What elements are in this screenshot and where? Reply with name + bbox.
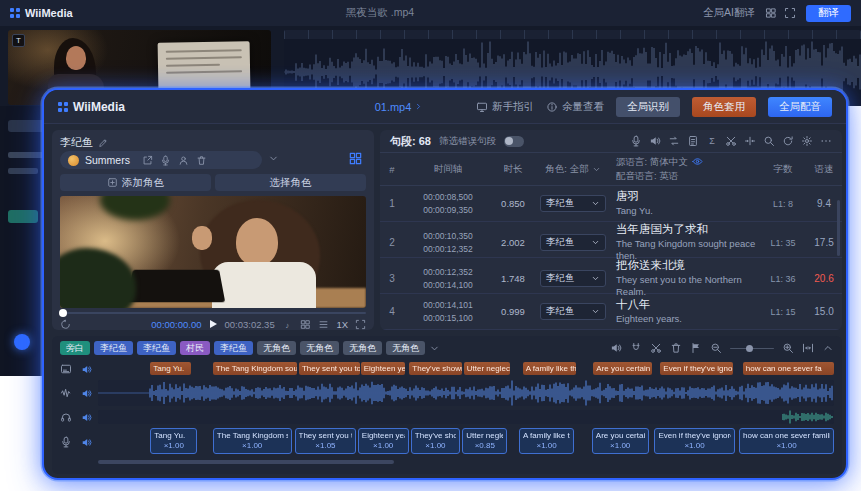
- dub-audio-clip[interactable]: They sent you to the×1.05: [295, 428, 357, 454]
- role-tag[interactable]: 无角色: [386, 341, 425, 355]
- trash-icon[interactable]: [670, 342, 682, 354]
- segment-text[interactable]: 十八年Eighteen years.: [612, 297, 760, 325]
- playback-progress[interactable]: [60, 310, 366, 316]
- segment-text[interactable]: 唐羽Tang Yu.: [612, 189, 760, 217]
- source-subtitle-clip[interactable]: Are you certain you w: [593, 362, 652, 375]
- volume-icon[interactable]: [81, 364, 92, 375]
- list-icon[interactable]: [318, 319, 329, 330]
- video-preview[interactable]: [60, 196, 366, 308]
- timeline-scrollbar[interactable]: [98, 460, 394, 464]
- segment-row[interactable]: 300:00:12,35200:00:14,1001.748李纪鱼把你送来北境T…: [380, 258, 842, 294]
- play-button[interactable]: [210, 320, 217, 328]
- role-tag[interactable]: 李纪鱼: [94, 341, 133, 355]
- chevron-down-icon[interactable]: [429, 343, 440, 354]
- voice-selector[interactable]: Summers: [60, 151, 262, 169]
- microphone-icon[interactable]: [630, 135, 642, 147]
- add-role-button[interactable]: 添加角色: [60, 174, 211, 191]
- source-subtitle-clip[interactable]: They sent you to the.: [299, 362, 360, 375]
- dub-audio-clip[interactable]: Utter negle×0.85: [462, 428, 507, 454]
- speaker-icon[interactable]: [649, 135, 661, 147]
- filter-error-toggle[interactable]: [504, 136, 524, 147]
- source-subtitle-clip[interactable]: Utter neglect-: [464, 362, 510, 375]
- quota-view-link[interactable]: 余量查看: [546, 100, 604, 114]
- fullscreen-icon[interactable]: [355, 319, 366, 330]
- sigma-icon[interactable]: Σ: [706, 135, 718, 147]
- source-subtitle-clip[interactable]: They've shown yo: [409, 362, 462, 375]
- layout-grid-icon[interactable]: [348, 151, 363, 166]
- volume-icon[interactable]: [81, 388, 92, 399]
- source-subtitle-clip[interactable]: Tang Yu.: [150, 362, 191, 375]
- note-icon[interactable]: ♪: [282, 319, 293, 330]
- dub-audio-clip[interactable]: Eighteen years×1.00: [358, 428, 409, 454]
- trash-icon[interactable]: [196, 155, 207, 166]
- eye-icon[interactable]: [692, 156, 703, 167]
- global-recognize-button[interactable]: 全局识别: [616, 97, 680, 117]
- edit-icon[interactable]: [98, 138, 108, 148]
- segment-row[interactable]: 400:00:14,10100:00:15,1000.999李纪鱼十八年Eigh…: [380, 294, 842, 330]
- source-subtitle-clip[interactable]: A family like this-: [523, 362, 577, 375]
- fullscreen-icon[interactable]: [784, 7, 796, 19]
- subtitle-track-icon[interactable]: [60, 363, 72, 375]
- role-tag[interactable]: 旁白: [60, 341, 90, 355]
- dub-audio-clip[interactable]: Even if they've ignored yo×1.00: [654, 428, 734, 454]
- share-icon[interactable]: [142, 155, 153, 166]
- segment-text[interactable]: 当年唐国为了求和The Tang Kingdom sought peace th…: [612, 222, 760, 263]
- microphone-icon[interactable]: [60, 436, 72, 448]
- dub-audio-clip[interactable]: They've shown y×1.00: [411, 428, 460, 454]
- search-icon[interactable]: [763, 135, 775, 147]
- progress-knob[interactable]: [59, 309, 67, 317]
- refresh-icon[interactable]: [782, 135, 794, 147]
- source-subtitle-clip[interactable]: Even if they've ignored: [660, 362, 733, 375]
- choose-role-button[interactable]: 选择角色: [215, 174, 366, 191]
- gear-icon[interactable]: [801, 135, 813, 147]
- segment-role-select[interactable]: 李纪鱼: [540, 270, 606, 287]
- headphone-icon[interactable]: [60, 411, 72, 423]
- role-apply-button[interactable]: 角色套用: [692, 97, 756, 117]
- segment-role-select[interactable]: 李纪鱼: [540, 234, 606, 251]
- dub-audio-clip[interactable]: The Tang Kingdom sou×1.00: [213, 428, 292, 454]
- dub-audio-clip[interactable]: A family like this×1.00: [519, 428, 574, 454]
- role-tag[interactable]: 李纪鱼: [214, 341, 253, 355]
- segment-text[interactable]: 把你送来北境They sent you to the Northern Real…: [612, 258, 760, 299]
- segment-role-select[interactable]: 李纪鱼: [540, 195, 606, 212]
- beginner-guide-link[interactable]: 新手指引: [476, 100, 534, 114]
- zoom-out-icon[interactable]: [710, 342, 722, 354]
- volume-icon[interactable]: [81, 437, 92, 448]
- global-dub-button[interactable]: 全局配音: [768, 97, 832, 117]
- role-filter-dropdown[interactable]: 角色: 全部: [534, 163, 612, 176]
- translate-button[interactable]: 翻译: [806, 5, 851, 22]
- replay-icon[interactable]: [60, 319, 71, 330]
- grid-icon[interactable]: [300, 319, 311, 330]
- source-subtitle-clip[interactable]: Eighteen yea: [361, 362, 405, 375]
- role-tag[interactable]: 无角色: [300, 341, 339, 355]
- merge-icon[interactable]: [744, 135, 756, 147]
- dub-audio-clip[interactable]: how can one sever familial bo×1.00: [739, 428, 834, 454]
- zoom-in-icon[interactable]: [782, 342, 794, 354]
- fit-icon[interactable]: [802, 342, 814, 354]
- volume-icon[interactable]: [81, 412, 92, 423]
- speed-selector[interactable]: 1X: [336, 319, 348, 330]
- document-icon[interactable]: [687, 135, 699, 147]
- role-tag[interactable]: 无角色: [257, 341, 296, 355]
- collapse-icon[interactable]: [822, 342, 834, 354]
- role-tag[interactable]: 李纪鱼: [137, 341, 176, 355]
- dub-audio-clip[interactable]: Tang Yu.×1.00: [150, 428, 197, 454]
- segment-row[interactable]: 200:00:10,35000:00:12,3522.002李纪鱼当年唐国为了求…: [380, 222, 842, 258]
- dub-audio-clip[interactable]: Are you certain yo×1.00: [592, 428, 649, 454]
- user-icon[interactable]: [178, 155, 189, 166]
- segment-role-select[interactable]: 李纪鱼: [540, 303, 606, 320]
- role-tag[interactable]: 无角色: [343, 341, 382, 355]
- bg-float-button[interactable]: [14, 334, 30, 350]
- role-tag[interactable]: 村民: [180, 341, 210, 355]
- source-subtitle-clip[interactable]: The Tang Kingdom soug: [213, 362, 298, 375]
- segment-row[interactable]: 100:00:08,50000:00:09,3500.850李纪鱼唐羽Tang …: [380, 186, 842, 222]
- microphone-icon[interactable]: [160, 155, 171, 166]
- zoom-slider[interactable]: [730, 343, 774, 353]
- magnet-icon[interactable]: [630, 342, 642, 354]
- chevron-down-icon[interactable]: [268, 153, 279, 164]
- source-subtitle-clip[interactable]: how can one sever fa: [743, 362, 834, 375]
- scissors-icon[interactable]: [650, 342, 662, 354]
- marker-icon[interactable]: [690, 342, 702, 354]
- global-ai-translate-button[interactable]: 全局AI翻译: [703, 6, 755, 20]
- file-name-dropdown[interactable]: 01.mp4: [344, 101, 454, 113]
